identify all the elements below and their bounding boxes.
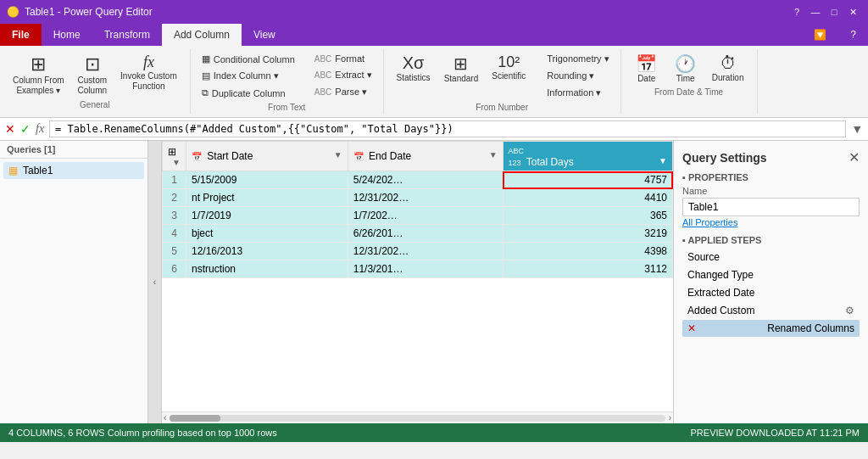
format-btn[interactable]: ABC Format	[310, 51, 376, 66]
start-date-dropdown[interactable]: ▼	[334, 150, 342, 160]
cell-start-6: nstruction	[186, 260, 348, 278]
qs-title: Query Settings	[682, 151, 767, 165]
formula-input[interactable]	[49, 120, 846, 137]
cell-days-3: 365	[503, 207, 672, 225]
row-num-2: 2	[163, 189, 186, 207]
ribbon: File Home Transform Add Column View 🔽 ? …	[0, 24, 868, 118]
title-bar-controls[interactable]: ? — □ ✕	[788, 3, 861, 20]
from-number-label: From Number	[476, 103, 528, 112]
step-added-custom[interactable]: Added Custom ⚙	[682, 302, 860, 319]
step-source[interactable]: Source	[682, 249, 860, 266]
standard-btn[interactable]: ⊞ Standard	[438, 51, 485, 86]
col-from-examples-btn[interactable]: ⊞ Column FromExamples ▾	[7, 51, 70, 98]
row-num-6: 6	[163, 260, 186, 278]
query-item-table1[interactable]: ▦ Table1	[3, 162, 144, 179]
formula-dropdown-btn[interactable]: ▼	[851, 122, 863, 136]
step-error-icon: ✕	[687, 322, 696, 334]
formula-check-icon[interactable]: ✓	[20, 122, 31, 136]
grid-header-row: ⊞ ▼ 📅 Start Date ▼ 📅 End Date ▼	[163, 142, 673, 171]
ribbon-group-general: ⊞ Column FromExamples ▾ ⊡ CustomColumn f…	[0, 49, 191, 114]
grid-hscroll[interactable]: ‹ ›	[162, 411, 673, 423]
cell-days-1: 4757	[503, 171, 672, 189]
index-col-label: Index Column ▾	[214, 70, 279, 81]
query-settings-panel: Query Settings ✕ ▪ PROPERTIES Name All P…	[673, 141, 868, 423]
ribbon-group-from-text: ▦ Conditional Column ▤ Index Column ▾ ⧉ …	[191, 49, 384, 114]
col-header-selector[interactable]: ⊞ ▼	[163, 142, 186, 171]
invoke-custom-fn-btn[interactable]: fx Invoke CustomFunction	[114, 51, 183, 94]
tab-home[interactable]: Home	[42, 24, 92, 46]
general-buttons: ⊞ Column FromExamples ▾ ⊡ CustomColumn f…	[7, 51, 183, 98]
time-icon: 🕐	[675, 53, 696, 74]
total-days-type-icon: ABC123	[509, 147, 525, 167]
step-renamed-columns[interactable]: ✕ Renamed Columns	[682, 320, 860, 337]
time-label: Time	[676, 74, 695, 83]
hscroll-bar[interactable]	[170, 415, 665, 422]
close-btn[interactable]: ✕	[844, 3, 861, 20]
index-column-btn[interactable]: ▤ Index Column ▾	[198, 68, 299, 84]
trigonometry-btn[interactable]: Trigonometry ▾	[542, 51, 613, 67]
table-row: 6 nstruction 11/3/201… 3112	[163, 260, 673, 278]
step-extracted-date-label: Extracted Date	[687, 287, 754, 299]
cell-end-1: 5/24/202…	[348, 171, 503, 189]
parse-btn[interactable]: ABC Parse ▾	[310, 84, 376, 100]
statistics-btn[interactable]: Xσ Statistics	[391, 51, 437, 85]
dup-col-icon: ⧉	[202, 87, 209, 98]
duration-btn[interactable]: ⏱ Duration	[706, 51, 750, 85]
from-datetime-buttons: 📅 Date 🕐 Time ⏱ Duration	[628, 51, 750, 86]
formula-fx-label: fx	[36, 122, 44, 136]
from-datetime-label: From Date & Time	[654, 87, 723, 97]
col-header-start-date[interactable]: 📅 Start Date ▼	[186, 142, 348, 171]
ribbon-group-from-number: Xσ Statistics ⊞ Standard 10² Scientific …	[384, 49, 621, 114]
end-date-dropdown[interactable]: ▼	[489, 150, 498, 160]
time-btn[interactable]: 🕐 Time	[667, 51, 704, 86]
formula-x-icon[interactable]: ✕	[5, 122, 15, 136]
table-row: 2 nt Project 12/31/202… 4410	[163, 189, 673, 207]
all-properties-link[interactable]: All Properties	[682, 217, 737, 227]
table-row: 5 12/16/2013 12/31/202… 4398	[163, 243, 673, 260]
hscroll-left-btn[interactable]: ‹	[164, 413, 166, 423]
custom-column-btn[interactable]: ⊡ CustomColumn	[72, 51, 113, 98]
cell-start-4: bject	[186, 225, 348, 243]
grid-scroll[interactable]: ⊞ ▼ 📅 Start Date ▼ 📅 End Date ▼	[162, 141, 673, 411]
status-left: 4 COLUMNS, 6 ROWS Column profiling based…	[8, 428, 277, 438]
maximize-btn[interactable]: □	[826, 3, 843, 20]
qs-close-btn[interactable]: ✕	[849, 149, 860, 165]
row-num-4: 4	[163, 225, 186, 243]
conditional-column-btn[interactable]: ▦ Conditional Column	[198, 51, 299, 67]
help-btn[interactable]: ?	[788, 3, 805, 20]
total-days-dropdown[interactable]: ▼	[659, 156, 667, 165]
app-icon: 🟡	[7, 6, 19, 18]
duration-icon: ⏱	[720, 53, 737, 73]
grid-table: ⊞ ▼ 📅 Start Date ▼ 📅 End Date ▼	[162, 141, 673, 278]
step-changed-type[interactable]: Changed Type	[682, 266, 860, 283]
information-btn[interactable]: Information ▾	[542, 85, 613, 101]
conditional-col-label: Conditional Column	[214, 54, 295, 64]
extract-btn[interactable]: ABC Extract ▾	[310, 67, 376, 83]
row-num-5: 5	[163, 243, 186, 260]
minimize-btn[interactable]: —	[807, 3, 824, 20]
tab-help-icon[interactable]: 🔽	[802, 24, 838, 46]
hscroll-right-btn[interactable]: ›	[669, 413, 671, 423]
scientific-label: Scientific	[492, 71, 526, 81]
step-extracted-date[interactable]: Extracted Date	[682, 284, 860, 301]
data-area: ⊞ ▼ 📅 Start Date ▼ 📅 End Date ▼	[162, 141, 673, 423]
tab-file[interactable]: File	[0, 24, 42, 46]
table-row: 3 1/7/2019 1/7/202… 365	[163, 207, 673, 225]
qs-header: Query Settings ✕	[682, 149, 860, 165]
tab-view[interactable]: View	[242, 24, 287, 46]
tab-add-column[interactable]: Add Column	[162, 24, 242, 46]
col-header-end-date[interactable]: 📅 End Date ▼	[348, 142, 503, 171]
selector-dropdown[interactable]: ▼	[172, 158, 181, 167]
tab-transform[interactable]: Transform	[92, 24, 162, 46]
col-header-total-days[interactable]: ABC123 Total Days ▼	[503, 142, 672, 171]
tab-question[interactable]: ?	[838, 24, 868, 46]
scientific-btn[interactable]: 10² Scientific	[486, 51, 531, 83]
ribbon-tabs: File Home Transform Add Column View 🔽 ?	[0, 24, 868, 46]
duplicate-column-btn[interactable]: ⧉ Duplicate Column	[198, 85, 299, 101]
queries-collapse-btn[interactable]: ‹	[148, 141, 162, 423]
step-gear-icon[interactable]: ⚙	[845, 305, 854, 316]
qs-name-input[interactable]	[682, 198, 860, 216]
rounding-btn[interactable]: Rounding ▾	[542, 68, 613, 84]
date-btn[interactable]: 📅 Date	[628, 51, 665, 86]
extract-label: Extract ▾	[335, 70, 371, 81]
